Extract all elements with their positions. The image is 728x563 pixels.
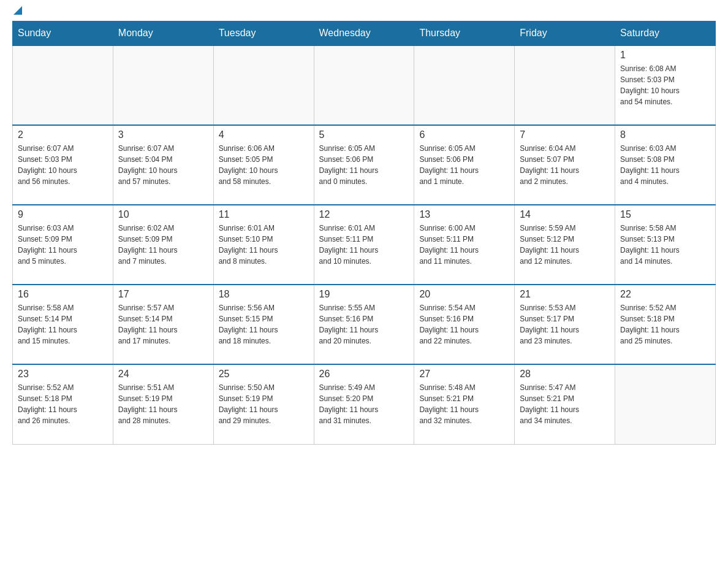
table-cell [113, 45, 213, 125]
table-cell [615, 364, 716, 444]
day-number: 28 [520, 369, 610, 380]
table-cell: 3Sunrise: 6:07 AM Sunset: 5:04 PM Daylig… [113, 125, 213, 205]
day-number: 1 [620, 50, 710, 61]
week-row-2: 2Sunrise: 6:07 AM Sunset: 5:03 PM Daylig… [13, 125, 716, 205]
table-cell: 10Sunrise: 6:02 AM Sunset: 5:09 PM Dayli… [113, 205, 213, 285]
day-number: 2 [18, 129, 108, 140]
table-cell: 22Sunrise: 5:52 AM Sunset: 5:18 PM Dayli… [615, 285, 716, 364]
day-info: Sunrise: 6:03 AM Sunset: 5:09 PM Dayligh… [18, 223, 108, 267]
day-info: Sunrise: 6:03 AM Sunset: 5:08 PM Dayligh… [620, 143, 710, 187]
header-sunday: Sunday [13, 21, 113, 46]
day-info: Sunrise: 6:04 AM Sunset: 5:07 PM Dayligh… [520, 143, 610, 187]
day-info: Sunrise: 5:59 AM Sunset: 5:12 PM Dayligh… [520, 223, 610, 267]
header-monday: Monday [113, 21, 213, 46]
table-cell: 16Sunrise: 5:58 AM Sunset: 5:14 PM Dayli… [13, 285, 113, 364]
day-info: Sunrise: 5:50 AM Sunset: 5:19 PM Dayligh… [219, 382, 309, 426]
table-cell [213, 45, 314, 125]
day-number: 24 [118, 369, 208, 380]
day-number: 4 [219, 129, 309, 140]
day-info: Sunrise: 5:58 AM Sunset: 5:13 PM Dayligh… [620, 223, 710, 267]
table-cell: 15Sunrise: 5:58 AM Sunset: 5:13 PM Dayli… [615, 205, 716, 285]
day-number: 12 [319, 209, 409, 220]
table-cell: 24Sunrise: 5:51 AM Sunset: 5:19 PM Dayli… [113, 364, 213, 444]
day-number: 27 [419, 369, 509, 380]
day-number: 6 [419, 129, 509, 140]
table-cell [314, 45, 414, 125]
calendar-table: Sunday Monday Tuesday Wednesday Thursday… [12, 21, 716, 445]
day-number: 5 [319, 129, 409, 140]
table-cell: 12Sunrise: 6:01 AM Sunset: 5:11 PM Dayli… [314, 205, 414, 285]
week-row-1: 1Sunrise: 6:08 AM Sunset: 5:03 PM Daylig… [13, 45, 716, 125]
day-number: 15 [620, 209, 710, 220]
table-cell: 23Sunrise: 5:52 AM Sunset: 5:18 PM Dayli… [13, 364, 113, 444]
table-cell [13, 45, 113, 125]
day-info: Sunrise: 6:00 AM Sunset: 5:11 PM Dayligh… [419, 223, 509, 267]
table-cell: 26Sunrise: 5:49 AM Sunset: 5:20 PM Dayli… [314, 364, 414, 444]
header-thursday: Thursday [414, 21, 515, 46]
table-cell: 17Sunrise: 5:57 AM Sunset: 5:14 PM Dayli… [113, 285, 213, 364]
header-friday: Friday [515, 21, 615, 46]
day-info: Sunrise: 5:53 AM Sunset: 5:17 PM Dayligh… [520, 302, 610, 347]
header-wednesday: Wednesday [314, 21, 414, 46]
table-cell: 8Sunrise: 6:03 AM Sunset: 5:08 PM Daylig… [615, 125, 716, 205]
day-number: 9 [18, 209, 108, 220]
week-row-3: 9Sunrise: 6:03 AM Sunset: 5:09 PM Daylig… [13, 205, 716, 285]
day-info: Sunrise: 6:08 AM Sunset: 5:03 PM Dayligh… [620, 63, 710, 107]
header-saturday: Saturday [615, 21, 716, 46]
day-number: 26 [319, 369, 409, 380]
day-info: Sunrise: 5:56 AM Sunset: 5:15 PM Dayligh… [219, 302, 309, 347]
day-info: Sunrise: 5:47 AM Sunset: 5:21 PM Dayligh… [520, 382, 610, 426]
table-cell: 28Sunrise: 5:47 AM Sunset: 5:21 PM Dayli… [515, 364, 615, 444]
table-cell: 9Sunrise: 6:03 AM Sunset: 5:09 PM Daylig… [13, 205, 113, 285]
table-cell: 27Sunrise: 5:48 AM Sunset: 5:21 PM Dayli… [414, 364, 515, 444]
day-number: 17 [118, 289, 208, 300]
table-cell: 5Sunrise: 6:05 AM Sunset: 5:06 PM Daylig… [314, 125, 414, 205]
day-number: 11 [219, 209, 309, 220]
logo-triangle-icon [13, 6, 22, 15]
day-number: 13 [419, 209, 509, 220]
day-info: Sunrise: 6:02 AM Sunset: 5:09 PM Dayligh… [118, 223, 208, 267]
table-cell: 1Sunrise: 6:08 AM Sunset: 5:03 PM Daylig… [615, 45, 716, 125]
day-number: 7 [520, 129, 610, 140]
header-tuesday: Tuesday [213, 21, 314, 46]
day-info: Sunrise: 6:07 AM Sunset: 5:03 PM Dayligh… [18, 143, 108, 187]
table-cell: 2Sunrise: 6:07 AM Sunset: 5:03 PM Daylig… [13, 125, 113, 205]
day-number: 23 [18, 369, 108, 380]
calendar-header-row: Sunday Monday Tuesday Wednesday Thursday… [13, 21, 716, 46]
week-row-5: 23Sunrise: 5:52 AM Sunset: 5:18 PM Dayli… [13, 364, 716, 444]
day-info: Sunrise: 5:57 AM Sunset: 5:14 PM Dayligh… [118, 302, 208, 347]
day-number: 3 [118, 129, 208, 140]
page-header [12, 12, 716, 15]
day-number: 18 [219, 289, 309, 300]
day-number: 19 [319, 289, 409, 300]
table-cell [414, 45, 515, 125]
table-cell: 14Sunrise: 5:59 AM Sunset: 5:12 PM Dayli… [515, 205, 615, 285]
table-cell: 13Sunrise: 6:00 AM Sunset: 5:11 PM Dayli… [414, 205, 515, 285]
day-number: 20 [419, 289, 509, 300]
day-info: Sunrise: 6:05 AM Sunset: 5:06 PM Dayligh… [419, 143, 509, 187]
day-info: Sunrise: 5:48 AM Sunset: 5:21 PM Dayligh… [419, 382, 509, 426]
day-number: 21 [520, 289, 610, 300]
table-cell: 25Sunrise: 5:50 AM Sunset: 5:19 PM Dayli… [213, 364, 314, 444]
day-number: 22 [620, 289, 710, 300]
day-info: Sunrise: 6:07 AM Sunset: 5:04 PM Dayligh… [118, 143, 208, 187]
day-info: Sunrise: 5:52 AM Sunset: 5:18 PM Dayligh… [620, 302, 710, 347]
day-number: 25 [219, 369, 309, 380]
table-cell: 21Sunrise: 5:53 AM Sunset: 5:17 PM Dayli… [515, 285, 615, 364]
day-info: Sunrise: 6:05 AM Sunset: 5:06 PM Dayligh… [319, 143, 409, 187]
day-info: Sunrise: 6:01 AM Sunset: 5:10 PM Dayligh… [219, 223, 309, 267]
week-row-4: 16Sunrise: 5:58 AM Sunset: 5:14 PM Dayli… [13, 285, 716, 364]
table-cell: 4Sunrise: 6:06 AM Sunset: 5:05 PM Daylig… [213, 125, 314, 205]
day-info: Sunrise: 5:55 AM Sunset: 5:16 PM Dayligh… [319, 302, 409, 347]
day-info: Sunrise: 5:54 AM Sunset: 5:16 PM Dayligh… [419, 302, 509, 347]
day-number: 8 [620, 129, 710, 140]
day-info: Sunrise: 5:49 AM Sunset: 5:20 PM Dayligh… [319, 382, 409, 426]
day-info: Sunrise: 5:51 AM Sunset: 5:19 PM Dayligh… [118, 382, 208, 426]
table-cell: 6Sunrise: 6:05 AM Sunset: 5:06 PM Daylig… [414, 125, 515, 205]
day-info: Sunrise: 5:58 AM Sunset: 5:14 PM Dayligh… [18, 302, 108, 347]
table-cell [515, 45, 615, 125]
table-cell: 20Sunrise: 5:54 AM Sunset: 5:16 PM Dayli… [414, 285, 515, 364]
day-info: Sunrise: 6:01 AM Sunset: 5:11 PM Dayligh… [319, 223, 409, 267]
day-info: Sunrise: 6:06 AM Sunset: 5:05 PM Dayligh… [219, 143, 309, 187]
table-cell: 18Sunrise: 5:56 AM Sunset: 5:15 PM Dayli… [213, 285, 314, 364]
